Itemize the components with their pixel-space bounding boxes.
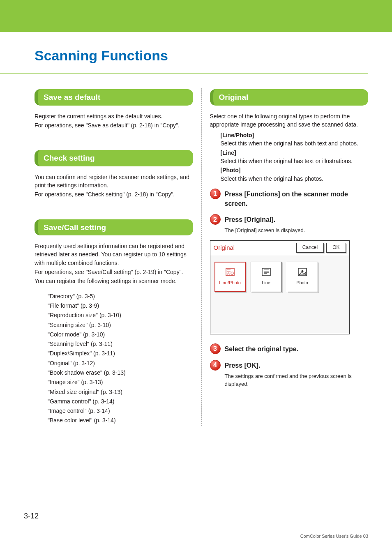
options-block: [Line/Photo] Select this when the origin… [210,131,369,183]
body-text: Select one of the following original typ… [210,112,369,129]
settings-list: "Directory" (p. 3-5) "File format" (p. 3… [35,292,193,425]
body-text: You can confirm and register the scanner… [35,173,193,190]
page-number: 3-12 [24,512,39,520]
step-number-icon: 2 [210,214,221,225]
step-title: Press [OK]. [225,361,369,370]
section-heading-check-setting: Check setting [35,150,193,166]
step-title: Press [Functions] on the scanner mode sc… [225,189,369,208]
body-text: You can register the following settings … [35,277,193,285]
line-icon [262,267,271,276]
option-line-photo[interactable]: Line/Photo [214,262,246,292]
ok-button[interactable]: OK [326,243,346,252]
option-line[interactable]: Line [251,262,282,292]
list-item: "Mixed size original" (p. 3-13) [48,388,193,396]
option-label: Line/Photo [219,280,241,286]
body-text: Register the current settings as the def… [35,112,193,120]
screenshot-body: Line/Photo Line [210,255,349,334]
list-item: "Image size" (p. 3-13) [48,378,193,386]
step-number-icon: 3 [210,343,221,354]
footer-text: ComColor Series User's Guide 03 [300,534,368,539]
option-desc: Select this when the original has text o… [221,157,369,165]
step-title: Select the original type. [225,344,369,354]
step-2: 2 Press [Original]. The [Original] scree… [210,214,369,235]
list-item: "Color mode" (p. 3-10) [48,330,193,339]
list-item: "Reproduction size" (p. 3-10) [48,311,193,319]
option-label: [Line] [221,149,369,157]
option-desc: Select this when the original has photos… [221,175,369,183]
list-item: "Gamma control" (p. 3-14) [48,397,193,405]
svg-point-3 [231,272,233,274]
option-label: Photo [296,280,308,286]
cancel-button[interactable]: Cancel [296,243,324,252]
step-3: 3 Select the original type. [210,343,369,354]
step-number-icon: 1 [210,189,221,199]
option-label: [Line/Photo] [221,131,369,139]
option-label: [Photo] [221,166,369,174]
option-label: Line [262,280,270,286]
step-title: Press [Original]. [225,215,369,224]
list-item: "Image control" (p. 3-14) [48,407,193,415]
section-heading-save-default: Save as default [35,89,193,106]
left-column: Save as default Register the current set… [35,88,202,426]
right-column: Original Select one of the following ori… [202,88,369,426]
svg-rect-4 [262,268,270,276]
screenshot-title: Original [214,243,294,252]
option-photo[interactable]: Photo [287,262,318,292]
step-number-icon: 4 [210,360,221,371]
chapter-title: Scanning Functions [0,32,368,74]
list-item: "Base color level" (p. 3-14) [48,416,193,424]
list-item: "Scanning size" (p. 3-10) [48,321,193,329]
list-item: "Book shadow erase" (p. 3-13) [48,368,193,377]
screenshot-header: Original Cancel OK [210,241,349,255]
body-text: Frequently used settings information can… [35,242,193,267]
list-item: "Directory" (p. 3-5) [48,292,193,300]
svg-rect-0 [226,268,234,276]
content-columns: Save as default Register the current set… [0,88,392,426]
body-text: For operations, see "Check setting" (p. … [35,190,193,198]
device-screenshot: Original Cancel OK [210,240,350,334]
section-heading-save-call: Save/Call setting [35,219,193,236]
body-text: For operations, see "Save/Call setting" … [35,268,193,276]
list-item: "Scanning level" (p. 3-11) [48,340,193,348]
header-band [0,0,392,32]
list-item: "Original" (p. 3-12) [48,359,193,367]
body-text: For operations, see "Save as default" (p… [35,121,193,129]
option-desc: Select this when the original has both t… [221,139,369,147]
photo-icon [298,267,307,276]
step-description: The [Original] screen is displayed. [225,227,369,235]
section-heading-original: Original [210,89,369,106]
step-4: 4 Press [OK]. The settings are confirmed… [210,360,369,388]
line-photo-icon [226,267,235,276]
list-item: "File format" (p. 3-9) [48,302,193,310]
step-description: The settings are confirmed and the previ… [225,373,369,388]
step-1: 1 Press [Functions] on the scanner mode … [210,189,369,208]
list-item: "Duplex/Simplex" (p. 3-11) [48,349,193,357]
